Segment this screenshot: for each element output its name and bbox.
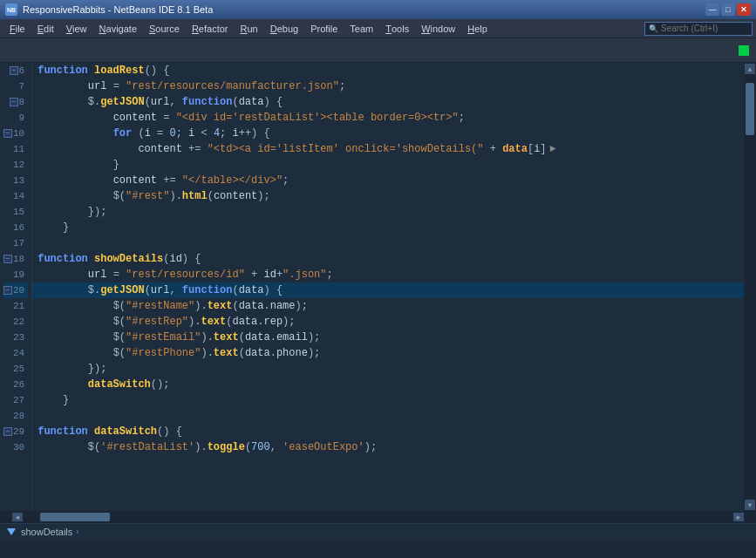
maximize-button[interactable]: □ <box>721 3 735 16</box>
chevron-right-icon: › <box>76 527 78 536</box>
menu-file[interactable]: File <box>3 19 31 37</box>
scroll-left-arrow[interactable]: ◄ <box>12 513 23 521</box>
line-num-30: 30 <box>3 439 28 455</box>
line-num-13: 13 <box>3 173 28 188</box>
navigator-triangle <box>7 528 16 535</box>
line-num-17: 17 <box>3 235 28 251</box>
line-num-12: 12 <box>3 157 28 173</box>
line-num-9: 9 <box>3 110 28 126</box>
line-num-7: 7 <box>3 78 28 94</box>
fold-marker-10[interactable]: − <box>3 129 12 138</box>
window-title: ResponsiveRabbits - NetBeans IDE 8.1 Bet… <box>23 4 705 15</box>
search-box[interactable]: 🔍 <box>644 22 753 36</box>
code-line-13: content += "</table></div>"; <box>32 173 744 188</box>
code-line-22: $("#restRep").text(data.rep); <box>32 314 744 330</box>
code-line-6: function loadRest() { <box>32 63 744 78</box>
code-line-29: function dataSwitch() { <box>32 424 744 439</box>
code-line-15: }); <box>32 204 744 220</box>
line-num-25: 25 <box>3 361 28 377</box>
line-num-24: 24 <box>3 345 28 361</box>
line-num-15: 15 <box>3 204 28 220</box>
menubar: File Edit View Navigate Source Refactor … <box>0 19 756 38</box>
code-line-30: $('#restDataList').toggle(700, 'easeOutE… <box>32 439 744 455</box>
line-num-14: 14 <box>3 188 28 204</box>
scroll-up-arrow[interactable]: ▲ <box>745 64 755 74</box>
code-line-21: $("#restName").text(data.name); <box>32 298 744 314</box>
code-line-25: }); <box>32 361 744 377</box>
menu-navigate[interactable]: Navigate <box>93 19 143 37</box>
code-line-16: } <box>32 220 744 235</box>
code-line-10: for (i = 0; i < 4; i++) { <box>32 126 744 141</box>
line-num-22: 22 <box>3 314 28 330</box>
code-editor[interactable]: −6 7 −8 9 −10 11 12 13 14 15 16 17 −18 1… <box>0 63 756 511</box>
menu-view[interactable]: View <box>60 19 93 37</box>
method-navigator: showDetails › <box>0 523 756 541</box>
scroll-right-arrow[interactable]: ► <box>733 513 744 521</box>
line-num-11: 11 <box>3 141 28 157</box>
code-line-9: content = "<div id='restDataList'><table… <box>32 110 744 126</box>
code-line-18: function showDetails(id) { <box>32 251 744 267</box>
code-line-24: $("#restPhone").text(data.phone); <box>32 345 744 361</box>
code-line-11: content += "<td><a id='listItem' onclick… <box>32 141 744 157</box>
line-num-26: 26 <box>3 377 28 392</box>
app-icon: NB <box>5 3 17 16</box>
scroll-thumb-vertical[interactable] <box>746 83 754 135</box>
menu-debug[interactable]: Debug <box>264 19 304 37</box>
scroll-thumb-horizontal[interactable] <box>40 513 110 521</box>
titlebar: NB ResponsiveRabbits - NetBeans IDE 8.1 … <box>0 0 756 19</box>
line-num-28: 28 <box>3 408 28 424</box>
menu-run[interactable]: Run <box>234 19 263 37</box>
code-line-20: $.getJSON(url, function(data) { <box>32 282 744 298</box>
code-line-26: dataSwitch(); <box>32 377 744 392</box>
line-num-18: −18 <box>3 251 28 267</box>
line-num-16: 16 <box>3 220 28 235</box>
code-line-14: $("#rest").html(content); <box>32 188 744 204</box>
code-line-19: url = "rest/resources/id" + id+".json"; <box>32 267 744 282</box>
menu-team[interactable]: Team <box>344 19 379 37</box>
fold-marker-8[interactable]: − <box>10 98 18 106</box>
line-num-20: −20 <box>3 282 28 298</box>
fold-marker-20[interactable]: − <box>3 286 12 295</box>
menu-profile[interactable]: Profile <box>304 19 344 37</box>
minimize-button[interactable]: — <box>705 3 719 16</box>
scroll-down-arrow[interactable]: ▼ <box>745 500 755 510</box>
code-line-7: url = "rest/resources/manufacturer.json"… <box>32 78 744 94</box>
horizontal-scrollbar[interactable]: ◄ ► <box>0 511 756 523</box>
line-num-6: −6 <box>3 63 28 78</box>
line-num-29: −29 <box>3 424 28 439</box>
code-line-12: } <box>32 157 744 173</box>
fold-marker-6[interactable]: − <box>10 66 18 75</box>
menu-edit[interactable]: Edit <box>31 19 60 37</box>
line-num-19: 19 <box>3 267 28 282</box>
code-line-8: $.getJSON(url, function(data) { <box>32 94 744 110</box>
line-num-21: 21 <box>3 298 28 314</box>
fold-marker-18[interactable]: − <box>3 255 12 263</box>
search-input[interactable] <box>661 24 748 33</box>
line-num-8: −8 <box>3 94 28 110</box>
code-line-17 <box>32 235 744 251</box>
menu-tools[interactable]: Tools <box>379 19 415 37</box>
toolbar <box>0 38 756 63</box>
status-indicator <box>739 45 749 56</box>
line-num-27: 27 <box>3 392 28 408</box>
vertical-scrollbar[interactable]: ▲ ▼ <box>744 63 756 511</box>
menu-window[interactable]: Window <box>415 19 461 37</box>
close-button[interactable]: ✕ <box>737 3 751 16</box>
code-line-28 <box>32 408 744 424</box>
menu-refactor[interactable]: Refactor <box>186 19 235 37</box>
line-num-23: 23 <box>3 330 28 345</box>
menu-help[interactable]: Help <box>461 19 494 37</box>
line-num-10: −10 <box>3 126 28 141</box>
code-line-23: $("#restEmail").text(data.email); <box>32 330 744 345</box>
fold-marker-29[interactable]: − <box>3 427 12 436</box>
line-numbers: −6 7 −8 9 −10 11 12 13 14 15 16 17 −18 1… <box>0 63 32 511</box>
method-name: showDetails <box>21 527 72 537</box>
code-line-27: } <box>32 392 744 408</box>
editor-area: −6 7 −8 9 −10 11 12 13 14 15 16 17 −18 1… <box>0 63 756 523</box>
menu-source[interactable]: Source <box>143 19 186 37</box>
code-content[interactable]: function loadRest() { url = "rest/resour… <box>32 63 744 511</box>
search-icon: 🔍 <box>649 24 658 33</box>
window-controls: — □ ✕ <box>705 3 751 16</box>
